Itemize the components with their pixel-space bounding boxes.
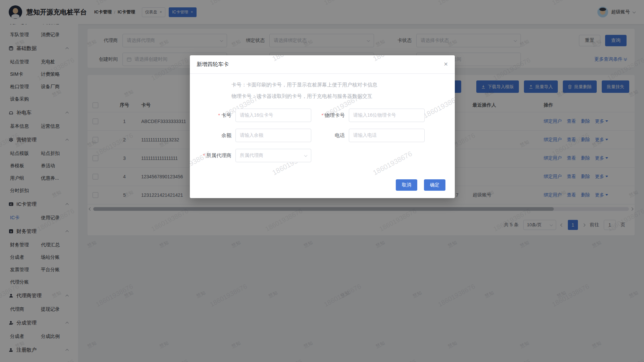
field-label: 电话 (311, 132, 345, 139)
form-row: 余额请输入余额电话请输入电话 (195, 129, 447, 142)
cancel-button[interactable]: 取消 (396, 179, 417, 191)
chevron-down-icon (304, 154, 308, 157)
placeholder: 请输入16位卡号 (240, 112, 307, 118)
placeholder: 所属代理商 (240, 153, 305, 159)
required-asterisk: * (322, 113, 323, 118)
form-row: *所属代理商所属代理商 (195, 149, 447, 162)
confirm-button[interactable]: 确定 (424, 179, 445, 191)
modal-body: 卡号：卡面印刷的卡号，用于显示在桩屏幕上便于用户核对卡信息 物理卡号：读卡器读取… (190, 74, 455, 162)
field-所属代理商: *所属代理商所属代理商 (195, 149, 311, 162)
field-卡号: *卡号请输入16位卡号 (195, 109, 311, 122)
select-所属代理商[interactable]: 所属代理商 (235, 149, 311, 162)
placeholder: 请输入电话 (353, 132, 420, 138)
placeholder: 请输入余额 (240, 132, 307, 138)
input-物理卡号[interactable]: 请输入16位物理卡号 (349, 109, 425, 122)
add-card-modal: 1860193867618601938676186019386761860193… (190, 55, 455, 198)
field-物理卡号: *物理卡号请输入16位物理卡号 (311, 109, 425, 122)
field-label: *卡号 (195, 112, 231, 119)
field-label: *所属代理商 (195, 153, 231, 159)
screen: 慧知开源充电桩平台 IC卡管理 / IC卡管理 仪表盘IC卡管理 超级账号 充值… (0, 0, 644, 362)
hint-card-number: 卡号：卡面印刷的卡号，用于显示在桩屏幕上便于用户核对卡信息 (231, 79, 447, 90)
input-卡号[interactable]: 请输入16位卡号 (235, 109, 311, 122)
required-asterisk: * (203, 153, 205, 158)
modal-title: 新增四轮车卡 (197, 61, 229, 68)
input-余额[interactable]: 请输入余额 (235, 129, 311, 142)
close-icon[interactable]: ✕ (444, 62, 448, 67)
field-label: *物理卡号 (311, 112, 345, 119)
field-label: 余额 (195, 132, 231, 139)
hint-physical-card: 物理卡号：读卡器读取到的卡号，用于充电桩与服务器数据交互 (231, 90, 447, 102)
modal-form: *卡号请输入16位卡号*物理卡号请输入16位物理卡号余额请输入余额电话请输入电话… (195, 109, 447, 162)
required-asterisk: * (218, 113, 220, 118)
form-row: *卡号请输入16位卡号*物理卡号请输入16位物理卡号 (195, 109, 447, 122)
input-电话[interactable]: 请输入电话 (349, 129, 425, 142)
field-电话: 电话请输入电话 (311, 129, 425, 142)
field-余额: 余额请输入余额 (195, 129, 311, 142)
modal-header: 新增四轮车卡 ✕ (190, 55, 455, 74)
modal-footer: 取消 确定 (396, 179, 445, 191)
placeholder: 请输入16位物理卡号 (353, 112, 420, 118)
